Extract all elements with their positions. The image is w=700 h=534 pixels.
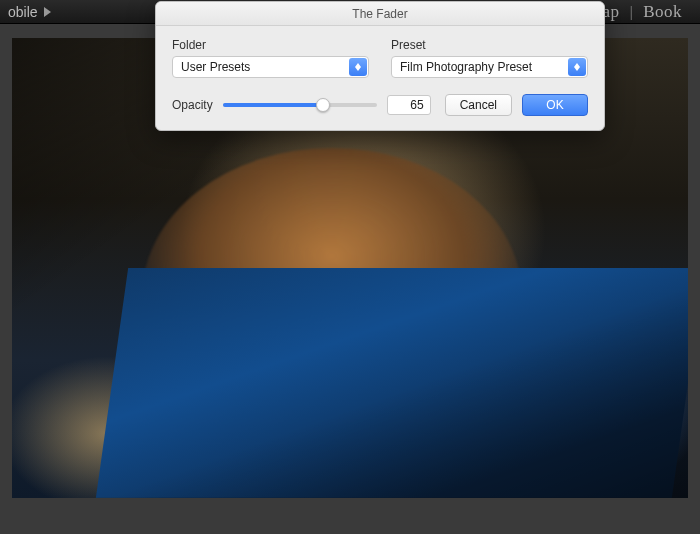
opacity-label: Opacity bbox=[172, 98, 213, 112]
select-stepper-icon bbox=[349, 58, 367, 76]
dialog-title: The Fader bbox=[156, 2, 604, 26]
dialog-body: Folder User Presets Preset Film Photogra… bbox=[156, 26, 604, 130]
ok-button[interactable]: OK bbox=[522, 94, 588, 116]
preset-column: Preset Film Photography Preset bbox=[391, 38, 588, 78]
identity-plate: obile bbox=[8, 4, 51, 20]
preset-label: Preset bbox=[391, 38, 588, 52]
slider-fill bbox=[223, 103, 323, 107]
dialog-row-selects: Folder User Presets Preset Film Photogra… bbox=[172, 38, 588, 78]
folder-select-value: User Presets bbox=[181, 60, 250, 74]
folder-select[interactable]: User Presets bbox=[172, 56, 369, 78]
slider-thumb[interactable] bbox=[316, 98, 330, 112]
opacity-slider[interactable] bbox=[223, 96, 377, 114]
dialog-row-opacity: Opacity Cancel OK bbox=[172, 94, 588, 116]
cancel-button[interactable]: Cancel bbox=[445, 94, 512, 116]
fader-dialog: The Fader Folder User Presets Preset bbox=[155, 1, 605, 131]
identity-text-fragment: obile bbox=[8, 4, 38, 20]
folder-column: Folder User Presets bbox=[172, 38, 369, 78]
preset-select-value: Film Photography Preset bbox=[400, 60, 532, 74]
photo-surface-region bbox=[96, 268, 688, 498]
folder-label: Folder bbox=[172, 38, 369, 52]
select-stepper-icon bbox=[568, 58, 586, 76]
opacity-value-input[interactable] bbox=[387, 95, 431, 115]
dropdown-triangle-icon[interactable] bbox=[44, 7, 51, 17]
module-tab-book[interactable]: Book bbox=[633, 2, 692, 22]
dialog-buttons: Cancel OK bbox=[445, 94, 588, 116]
preset-select[interactable]: Film Photography Preset bbox=[391, 56, 588, 78]
lightroom-window: obile Library | Develop | Map | Book The… bbox=[0, 0, 700, 534]
